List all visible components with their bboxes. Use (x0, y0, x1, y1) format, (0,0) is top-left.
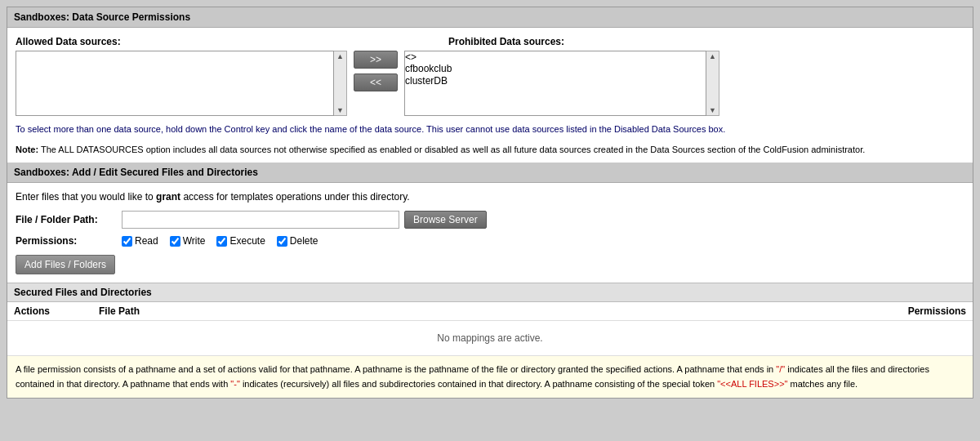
perm-write: Write (170, 235, 206, 247)
perm-write-checkbox[interactable] (170, 236, 180, 247)
files-intro: Enter files that you would like to grant… (16, 191, 964, 203)
no-mappings-row: No mappings are active. (7, 321, 973, 355)
perm-execute-checkbox[interactable] (216, 236, 227, 247)
secured-table-header: Secured Files and Directories (7, 283, 973, 302)
prohibited-label: Prohibited Data sources: (448, 36, 564, 47)
footer-note: A file permission consists of a pathname… (7, 355, 973, 398)
perm-delete-checkbox[interactable] (277, 236, 287, 247)
datasource-note2: Note: The ALL DATASOURCES option include… (16, 143, 964, 157)
table-col-left: Actions File Path (14, 305, 140, 317)
move-right-button[interactable]: >> (354, 51, 398, 69)
no-mappings-text: No mappings are active. (437, 332, 542, 344)
table-column-headers: Actions File Path Permissions (7, 302, 973, 321)
prohibited-option-0: <> (405, 51, 706, 63)
secured-table-title: Secured Files and Directories (14, 287, 152, 298)
allowed-scrollbar: ▲ ▼ (334, 51, 347, 116)
prohibited-select[interactable]: <> cfbookclub clusterDB (405, 51, 706, 116)
datasource-section-header: Sandboxes: Data Source Permissions (7, 7, 973, 28)
prohibited-listbox[interactable]: <> cfbookclub clusterDB (404, 51, 706, 116)
move-left-button[interactable]: << (354, 74, 398, 91)
path-input[interactable] (122, 211, 399, 229)
permissions-label: Permissions: (16, 235, 122, 247)
add-btn-row: Add Files / Folders (16, 255, 964, 274)
perm-read-checkbox[interactable] (122, 236, 132, 247)
footer-text: A file permission consists of a pathname… (16, 364, 929, 389)
scroll-up-right-icon[interactable]: ▲ (709, 52, 716, 60)
col-filepath-header: File Path (99, 305, 140, 317)
ds-labels-row: Allowed Data sources: Prohibited Data so… (16, 36, 964, 47)
prohibited-scrollbar: ▲ ▼ (706, 51, 719, 116)
scroll-down-icon[interactable]: ▼ (336, 106, 344, 114)
allowed-select[interactable] (16, 51, 334, 116)
permissions-items: Read Write Execute Delete (122, 235, 318, 247)
files-section-header: Sandboxes: Add / Edit Secured Files and … (7, 163, 973, 183)
path-label: File / Folder Path: (16, 214, 122, 225)
perm-delete-label: Delete (290, 235, 318, 247)
files-intro-bold: grant (156, 191, 180, 203)
perm-write-label: Write (183, 235, 206, 247)
perm-read: Read (122, 235, 158, 247)
perm-delete: Delete (277, 235, 318, 247)
footer-red2: "-" (230, 379, 239, 389)
perm-execute-label: Execute (229, 235, 265, 247)
scroll-up-icon[interactable]: ▲ (336, 52, 344, 60)
datasource-note: To select more than one data source, hol… (16, 122, 964, 136)
allowed-listbox[interactable] (16, 51, 334, 116)
main-container: Sandboxes: Data Source Permissions Allow… (7, 7, 973, 399)
footer-red1: "/" (776, 364, 785, 374)
ds-controls-row: ▲ ▼ >> << <> cfbookclub clusterDB (16, 51, 964, 116)
prohibited-listbox-wrapper: <> cfbookclub clusterDB ▲ ▼ (404, 51, 719, 116)
files-section: Enter files that you would like to grant… (7, 183, 973, 283)
move-buttons: >> << (347, 51, 404, 91)
path-row: File / Folder Path: Browse Server (16, 211, 964, 229)
add-files-button[interactable]: Add Files / Folders (16, 255, 115, 274)
scroll-down-right-icon[interactable]: ▼ (709, 106, 716, 114)
col-actions-header: Actions (14, 305, 50, 317)
files-intro-text2: access for templates operations under th… (180, 191, 410, 203)
datasource-section: Allowed Data sources: Prohibited Data so… (7, 28, 973, 163)
prohibited-option-1: cfbookclub (405, 63, 706, 74)
perm-read-label: Read (135, 235, 158, 247)
browse-server-button[interactable]: Browse Server (404, 211, 487, 229)
note2-text: The ALL DATASOURCES option includes all … (38, 145, 865, 154)
note-text-content: To select more than one data source, hol… (16, 124, 725, 134)
col-permissions-header: Permissions (908, 305, 966, 317)
files-intro-text1: Enter files that you would like to (16, 191, 156, 203)
files-section-title: Sandboxes: Add / Edit Secured Files and … (14, 167, 258, 178)
perm-execute: Execute (216, 235, 265, 247)
permissions-row: Permissions: Read Write Execute Delete (16, 235, 964, 247)
note2-bold: Note: (16, 145, 38, 154)
footer-red3: "<<ALL FILES>>" (717, 379, 787, 389)
allowed-listbox-wrapper: ▲ ▼ (16, 51, 347, 116)
allowed-label: Allowed Data sources: (16, 36, 350, 47)
datasource-title: Sandboxes: Data Source Permissions (14, 11, 190, 23)
prohibited-option-2: clusterDB (405, 75, 706, 87)
